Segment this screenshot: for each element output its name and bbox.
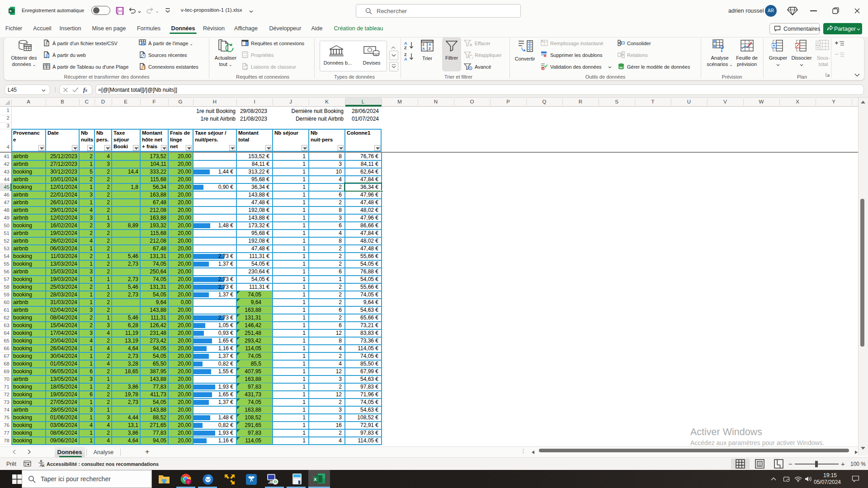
svg-text:fx: fx — [620, 66, 623, 69]
svg-text:A: A — [429, 42, 431, 47]
svg-text:?: ? — [720, 44, 724, 53]
svg-text:Z: Z — [404, 46, 407, 50]
svg-text:Z: Z — [422, 42, 425, 47]
svg-text:A: A — [404, 41, 407, 46]
svg-text:X: X — [314, 477, 317, 482]
svg-text:A: A — [404, 57, 407, 61]
svg-text:X: X — [9, 9, 12, 13]
svg-text:A: A — [422, 47, 425, 51]
svg-text:Z: Z — [404, 52, 407, 57]
svg-text:Z: Z — [429, 47, 431, 51]
